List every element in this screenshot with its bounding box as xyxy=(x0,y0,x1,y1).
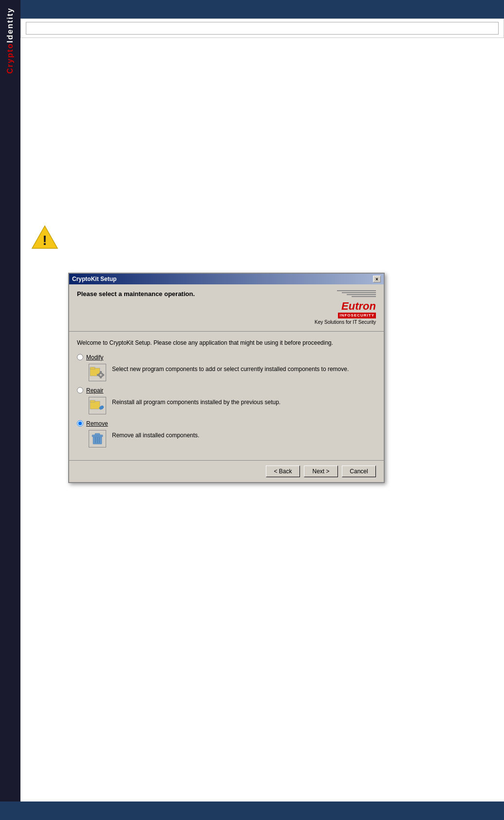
eutron-tagline: Key Solutions for IT Security xyxy=(315,319,376,325)
repair-radio[interactable] xyxy=(77,387,83,393)
sidebar-logo: CryptoIdentity xyxy=(6,7,15,74)
svg-text:!: ! xyxy=(42,233,47,248)
repair-radio-row: Repair xyxy=(77,387,376,394)
deco-line-4 xyxy=(352,296,376,297)
repair-icon xyxy=(89,397,106,414)
modify-option-section: Modify xyxy=(77,354,376,381)
input-bar xyxy=(20,19,504,38)
deco-line-3 xyxy=(347,294,376,295)
repair-detail: Reinstall all program components install… xyxy=(89,397,376,414)
modify-detail: Select new program components to add or … xyxy=(89,364,376,381)
svg-rect-4 xyxy=(90,367,95,369)
top-bar xyxy=(20,0,504,19)
search-input[interactable] xyxy=(26,22,499,35)
cryptokit-dialog: CryptoKit Setup × Please select a mainte… xyxy=(68,273,385,483)
eutron-logo: Eutron INFOSECURITY Key Solutions for IT… xyxy=(315,290,376,325)
svg-rect-13 xyxy=(90,400,95,402)
warning-area: ! xyxy=(30,224,59,251)
modify-icon xyxy=(89,364,106,381)
svg-rect-7 xyxy=(100,371,102,373)
dialog-close-button[interactable]: × xyxy=(373,276,381,282)
remove-label[interactable]: Remove xyxy=(86,420,108,427)
dialog-header-text: Please select a maintenance operation. xyxy=(77,290,195,298)
sidebar: CryptoIdentity xyxy=(0,0,20,820)
modify-description: Select new program components to add or … xyxy=(112,364,349,373)
remove-description: Remove all installed components. xyxy=(112,430,199,440)
repair-description: Reinstall all program components install… xyxy=(112,397,280,407)
svg-rect-12 xyxy=(90,401,100,409)
welcome-text: Welcome to CryptoKit Setup. Please close… xyxy=(77,338,376,347)
modify-radio[interactable] xyxy=(77,354,83,360)
eutron-brand-name: Eutron xyxy=(341,300,376,313)
dialog-header: Please select a maintenance operation. E… xyxy=(69,284,384,332)
dialog-titlebar: CryptoKit Setup × xyxy=(69,274,384,284)
modify-radio-row: Modify xyxy=(77,354,376,361)
next-button[interactable]: Next > xyxy=(304,466,338,477)
remove-icon xyxy=(89,430,106,447)
cancel-button[interactable]: Cancel xyxy=(342,466,376,477)
logo-identity: Identity xyxy=(6,7,14,43)
svg-point-6 xyxy=(100,374,102,376)
dialog-body: Welcome to CryptoKit Setup. Please close… xyxy=(69,332,384,460)
dialog-title: CryptoKit Setup xyxy=(72,276,116,282)
svg-rect-18 xyxy=(95,433,100,435)
modify-label[interactable]: Modify xyxy=(86,354,103,361)
remove-radio[interactable] xyxy=(77,420,83,427)
repair-label[interactable]: Repair xyxy=(86,387,103,394)
svg-rect-10 xyxy=(103,374,104,376)
deco-line-2 xyxy=(342,292,376,293)
remove-radio-row: Remove xyxy=(77,420,376,427)
remove-detail: Remove all installed components. xyxy=(89,430,376,447)
eutron-deco xyxy=(315,290,376,297)
bottom-bar xyxy=(0,801,504,820)
logo-crypto: Crypto xyxy=(6,43,14,74)
svg-rect-9 xyxy=(97,374,98,376)
back-button[interactable]: < Back xyxy=(266,466,300,477)
warning-icon: ! xyxy=(30,224,59,251)
dialog-footer: < Back Next > Cancel xyxy=(69,460,384,482)
deco-line-1 xyxy=(337,290,376,291)
svg-rect-8 xyxy=(100,377,102,378)
repair-option-section: Repair Reinstall all program components … xyxy=(77,387,376,414)
eutron-sub-label: INFOSECURITY xyxy=(338,313,376,318)
remove-option-section: Remove Remove all install xyxy=(77,420,376,447)
